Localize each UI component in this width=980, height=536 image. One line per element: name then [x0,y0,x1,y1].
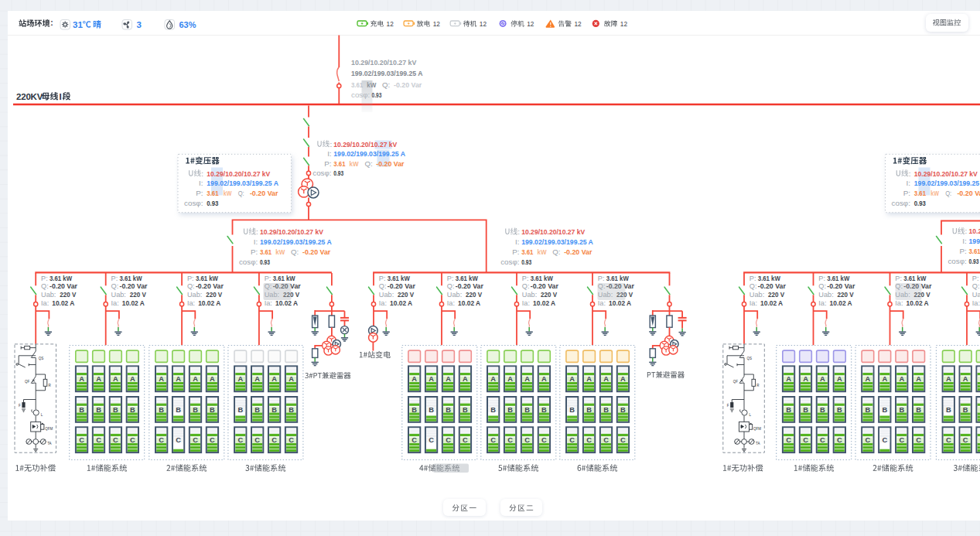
svg-text:C: C [524,436,530,444]
svg-text:B: B [159,406,164,414]
svg-text:3.61 kW: 3.61 kW [606,274,630,282]
svg-text::: : [201,169,203,178]
svg-text:A: A [899,375,904,383]
svg-text:C: C [113,436,118,444]
svg-text:P:: P: [111,275,118,282]
svg-text:Uab:: Uab: [41,291,56,299]
svg-text:-0.20 Var: -0.20 Var [394,80,422,89]
svg-text:10.02 A: 10.02 A [458,299,480,307]
svg-text:B: B [411,406,417,414]
svg-text:A: A [541,375,547,383]
svg-text:Ia:: Ia: [111,299,119,307]
svg-text:-0.20 Var: -0.20 Var [827,282,855,290]
svg-text:12: 12 [620,19,627,28]
svg-text:F: F [727,404,729,408]
svg-text:Ia:: Ia: [265,299,272,307]
svg-text:C: C [176,436,181,444]
svg-text:A: A [411,375,417,383]
svg-text:12: 12 [433,19,440,28]
svg-text::: : [50,19,53,27]
svg-text:12: 12 [387,19,394,28]
svg-text:199.02/199.03/199.25 A: 199.02/199.03/199.25 A [969,237,980,245]
svg-text:Ia:: Ia: [41,299,49,307]
svg-text:A: A [820,375,825,383]
svg-text:0.93: 0.93 [333,169,343,177]
svg-text:A: A [620,375,626,383]
svg-text:A: A [130,375,135,383]
svg-text:C: C [963,436,968,444]
svg-text:A: A [193,375,198,383]
svg-text:10.29/10.20/10.27 kV: 10.29/10.20/10.27 kV [260,227,323,236]
svg-text:Uab:: Uab: [522,291,537,299]
svg-text:220 V: 220 V [768,290,784,299]
svg-text:3.61 kW: 3.61 kW [827,274,850,282]
svg-text:10.29/10.20/10.27 kV: 10.29/10.20/10.27 kV [969,227,980,235]
svg-text:kW: kW [537,248,547,256]
svg-text:QF: QF [25,380,30,384]
svg-text:10.29/10.20/10.27 kV: 10.29/10.20/10.27 kV [914,169,978,178]
svg-text:P:: P: [187,275,194,282]
svg-text:Q:: Q: [750,282,757,290]
svg-text:C: C [130,436,135,444]
svg-text:P:: P: [960,247,967,255]
svg-text:P:: P: [903,189,910,197]
svg-text:Ia:: Ia: [522,299,530,307]
svg-text:A: A [210,375,215,383]
svg-text:P:: P: [750,275,756,282]
svg-text:B: B [837,406,842,414]
svg-text:0.93: 0.93 [207,199,219,207]
svg-text:B: B [176,406,181,414]
svg-text:B: B [130,406,135,414]
svg-text:199.02/199.03/199.25 A: 199.02/199.03/199.25 A [260,237,332,246]
svg-text:A: A [96,375,101,383]
svg-text:0.93: 0.93 [521,258,531,266]
svg-text:3.61 kW: 3.61 kW [456,274,479,282]
svg-text:kW: kW [930,189,939,197]
svg-text:C: C [620,436,626,444]
svg-text:P:: P: [447,275,454,282]
svg-text:C: C [463,436,468,444]
svg-text:B: B [96,406,101,414]
svg-text:cosφ:: cosφ: [892,199,910,207]
svg-text:A: A [803,375,808,383]
svg-text:B: B [446,406,451,414]
svg-text:10.02 A: 10.02 A [760,299,783,307]
svg-text:TA: TA [47,442,51,446]
svg-text:B: B [963,406,968,414]
svg-text:C: C [820,436,825,444]
svg-text:3.61 kW: 3.61 kW [388,274,411,282]
svg-text:P:: P: [512,248,519,256]
svg-text:F: F [19,404,21,408]
svg-text:63%: 63% [179,20,196,29]
svg-text:Uab:: Uab: [818,291,833,299]
svg-text:B: B [882,406,887,414]
svg-text:10.29/10.20/10.27 kV: 10.29/10.20/10.27 kV [351,58,417,67]
svg-text:Q:: Q: [447,282,455,290]
svg-text:Q:: Q: [945,189,951,197]
svg-text:C: C [899,436,904,444]
svg-text:Ia:: Ia: [598,299,606,307]
svg-text:A: A [79,375,84,383]
svg-text:3.61: 3.61 [969,247,980,255]
svg-text:Q:: Q: [382,80,390,89]
svg-text:P:: P: [379,275,386,282]
svg-text:-0.20 Var: -0.20 Var [120,282,148,290]
svg-text:0.93: 0.93 [260,258,270,266]
svg-text:Ia:: Ia: [379,299,387,307]
svg-text:-0.20 Var: -0.20 Var [758,282,786,290]
svg-text:C: C [96,436,101,444]
svg-text:Ia:: Ia: [895,299,903,307]
svg-text:P:: P: [818,275,825,282]
svg-text:A: A [237,375,243,383]
svg-text:Q:: Q: [111,282,119,290]
svg-text:-0.20 Var: -0.20 Var [50,282,77,290]
svg-text:B: B [289,406,294,414]
svg-text:B: B [79,406,84,414]
svg-text:P:: P: [265,275,271,282]
svg-text:B: B [803,406,808,414]
svg-text:B: B [820,406,825,414]
svg-text:cosφ:: cosφ: [500,258,519,266]
svg-text:3.61 kW: 3.61 kW [273,274,296,282]
svg-text:3.61: 3.61 [521,248,534,256]
svg-text:QS: QS [747,357,753,360]
